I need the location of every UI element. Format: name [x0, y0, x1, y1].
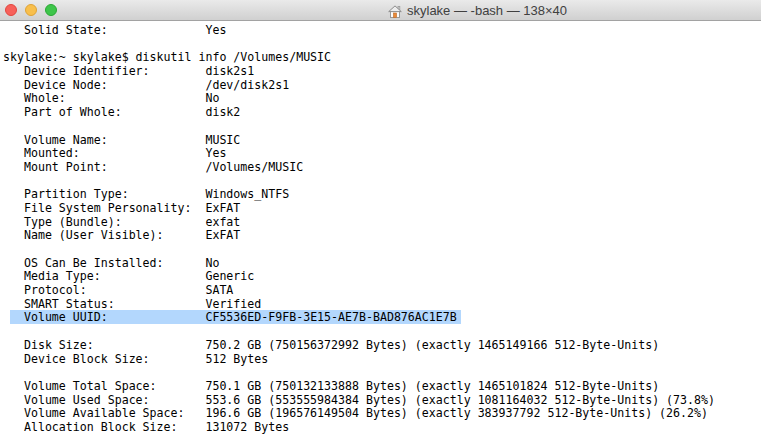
terminal-line: skylake:~ skylake$ diskutil info /Volume…	[3, 51, 761, 65]
terminal-line: SMART Status: Verified	[3, 298, 761, 312]
terminal-line	[3, 38, 761, 52]
terminal-line: Device Identifier: disk2s1	[3, 65, 761, 79]
terminal-line: Allocation Block Size: 131072 Bytes	[3, 421, 761, 435]
window-controls	[5, 4, 57, 16]
title-group: skylake — -bash — 138×40	[388, 0, 567, 20]
terminal-line: File System Personality: ExFAT	[3, 202, 761, 216]
terminal-line	[3, 243, 761, 257]
window-title: skylake — -bash — 138×40	[407, 3, 567, 18]
title-bar[interactable]: skylake — -bash — 138×40	[0, 0, 761, 21]
terminal-line: OS Can Be Installed: No	[3, 257, 761, 271]
terminal-line: Protocol: SATA	[3, 284, 761, 298]
terminal-line: Disk Size: 750.2 GB (750156372992 Bytes)…	[3, 339, 761, 353]
close-button[interactable]	[5, 4, 17, 16]
home-folder-icon[interactable]	[388, 4, 402, 17]
terminal-line: Volume Used Space: 553.6 GB (55355598438…	[3, 394, 761, 408]
terminal-line: Volume Total Space: 750.1 GB (7501321338…	[3, 380, 761, 394]
terminal-line: Mounted: Yes	[3, 147, 761, 161]
terminal-line: Volume Name: MUSIC	[3, 134, 761, 148]
terminal-line	[3, 366, 761, 380]
terminal-content[interactable]: Solid State: Yesskylake:~ skylake$ disku…	[0, 21, 761, 442]
terminal-line: Mount Point: /Volumes/MUSIC	[3, 161, 761, 175]
terminal-line: Volume Available Space: 196.6 GB (196576…	[3, 407, 761, 421]
terminal-line	[3, 325, 761, 339]
terminal-line: Device Node: /dev/disk2s1	[3, 79, 761, 93]
terminal-line: Whole: No	[3, 92, 761, 106]
terminal-line: Device Block Size: 512 Bytes	[3, 353, 761, 367]
terminal-line: Part of Whole: disk2	[3, 106, 761, 120]
selected-text: Volume UUID: CF5536ED-F9FB-3E15-AE7B-BAD…	[10, 310, 461, 324]
terminal-line: Media Type: Generic	[3, 270, 761, 284]
terminal-line: Solid State: Yes	[3, 24, 761, 38]
minimize-button[interactable]	[25, 4, 37, 16]
zoom-button[interactable]	[45, 4, 57, 16]
terminal-line-selected: Volume UUID: CF5536ED-F9FB-3E15-AE7B-BAD…	[3, 311, 761, 325]
terminal-line: Name (User Visible): ExFAT	[3, 229, 761, 243]
terminal-line	[3, 120, 761, 134]
terminal-line: Type (Bundle): exfat	[3, 216, 761, 230]
terminal-line	[3, 175, 761, 189]
terminal-line: Partition Type: Windows_NTFS	[3, 188, 761, 202]
